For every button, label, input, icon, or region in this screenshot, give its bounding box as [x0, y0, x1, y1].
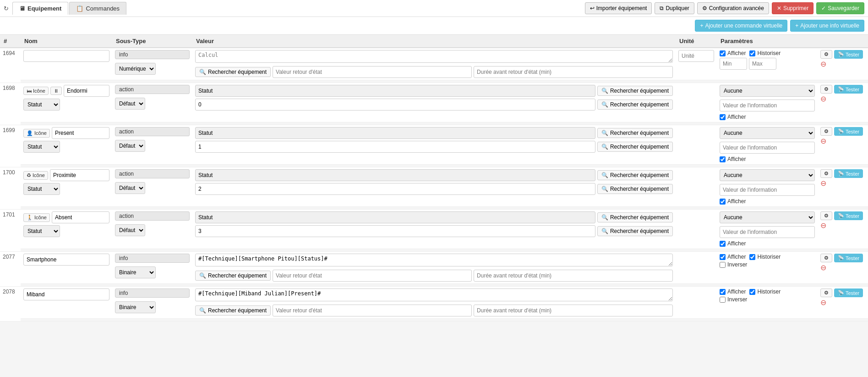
- tab-commandes[interactable]: 📋 Commandes: [69, 2, 126, 15]
- inverser-check-2077[interactable]: Inverser: [720, 261, 815, 268]
- icone-btn-1700[interactable]: ♻ Icône: [23, 171, 48, 180]
- tester-btn-2078[interactable]: 📡 Tester: [834, 288, 863, 297]
- sous-type-select-1694[interactable]: Numérique Binaire Autre: [115, 63, 156, 75]
- tester-btn-1698[interactable]: 📡 Tester: [834, 85, 863, 94]
- duree-retour-input-2078[interactable]: [474, 305, 673, 316]
- sous-type-select-2077[interactable]: Binaire Numérique Autre: [115, 266, 156, 278]
- rechercher-btn-2077[interactable]: 🔍 Rechercher équipement: [195, 271, 271, 281]
- rechercher-equip-btn-1701[interactable]: 🔍 Rechercher équipement: [597, 212, 673, 222]
- sous-type-select-1698[interactable]: Défaut Slider: [115, 98, 145, 110]
- nom-input-2078[interactable]: [23, 288, 109, 300]
- sauvegarder-btn[interactable]: ✓ Sauvegarder: [816, 2, 864, 14]
- gear-btn-1701[interactable]: ⚙: [820, 211, 832, 220]
- valeur-info-input-1699[interactable]: [720, 142, 815, 154]
- gear-btn-2077[interactable]: ⚙: [820, 254, 832, 262]
- aucune-select-1701[interactable]: Aucune: [720, 211, 815, 223]
- refresh-icon[interactable]: ↻: [4, 5, 9, 12]
- afficher-check-1699[interactable]: Afficher: [720, 156, 815, 162]
- gear-btn-1700[interactable]: ⚙: [820, 169, 832, 178]
- valeur-input-2078[interactable]: #[Technique][Miband Julian][Present]#: [195, 288, 673, 301]
- valeur-retour-input-1694[interactable]: [273, 66, 472, 78]
- inverser-check-2078[interactable]: Inverser: [720, 296, 815, 303]
- rechercher-equip-btn-1698[interactable]: 🔍 Rechercher équipement: [597, 86, 673, 96]
- statut-select-1701[interactable]: Statut: [23, 225, 60, 237]
- afficher-check-1700[interactable]: Afficher: [720, 198, 815, 205]
- statut-select-1698[interactable]: Statut: [23, 99, 60, 111]
- gear-btn-1698[interactable]: ⚙: [820, 85, 832, 94]
- valeur-info-input-1698[interactable]: [720, 100, 815, 111]
- aucune-select-1698[interactable]: Aucune: [720, 85, 815, 97]
- unite-input-1694[interactable]: [678, 50, 714, 62]
- delete-dot-2077[interactable]: ⊖: [820, 264, 826, 272]
- icone-btn-1699[interactable]: 👤 Icône: [23, 129, 50, 138]
- delete-dot-1694[interactable]: ⊖: [820, 60, 826, 68]
- aucune-select-1699[interactable]: Aucune: [720, 127, 815, 139]
- delete-dot-1701[interactable]: ⊖: [820, 222, 826, 229]
- valeur-input-1698[interactable]: [195, 99, 595, 111]
- historiser-check-2077[interactable]: Historiser: [749, 254, 781, 260]
- delete-dot-1699[interactable]: ⊖: [820, 137, 826, 145]
- sous-type-select-2078[interactable]: Binaire Numérique Autre: [115, 301, 156, 313]
- nom-input-1694[interactable]: [23, 50, 109, 62]
- rechercher-btn-2078[interactable]: 🔍 Rechercher équipement: [195, 305, 271, 316]
- valeur-info-input-1700[interactable]: [720, 184, 815, 196]
- rechercher-equip-btn-1699[interactable]: 🔍 Rechercher équipement: [597, 128, 673, 138]
- dupliquer-btn[interactable]: ⧉ Dupliquer: [655, 2, 694, 14]
- historiser-check-1694[interactable]: Historiser: [749, 50, 781, 56]
- icon2-btn-1698[interactable]: ⏸: [50, 87, 62, 95]
- sous-type-select-1699[interactable]: Défaut: [115, 140, 145, 152]
- statut-select-1699[interactable]: Statut: [23, 141, 60, 153]
- sous-type-select-1701[interactable]: Défaut: [115, 224, 145, 236]
- valeur-input-1694[interactable]: [195, 50, 673, 63]
- gear-btn-1694[interactable]: ⚙: [820, 50, 832, 59]
- tester-btn-1694[interactable]: 📡 Tester: [834, 50, 863, 59]
- afficher-check-1698[interactable]: Afficher: [720, 114, 815, 120]
- rechercher-btn-1694[interactable]: 🔍 Rechercher équipement: [195, 67, 271, 77]
- tester-btn-2077[interactable]: 📡 Tester: [834, 254, 863, 262]
- afficher-check-1694[interactable]: Afficher: [720, 50, 746, 56]
- sous-type-select-1700[interactable]: Défaut: [115, 182, 145, 194]
- nom-input-1700[interactable]: [50, 169, 109, 181]
- ajouter-info-btn[interactable]: + Ajouter une info virtuelle: [790, 20, 864, 32]
- rechercher-val-btn-1700[interactable]: 🔍 Rechercher équipement: [597, 184, 673, 194]
- tester-btn-1700[interactable]: 📡 Tester: [834, 169, 863, 178]
- valeur-retour-input-2077[interactable]: [273, 270, 472, 282]
- duree-retour-input-1694[interactable]: [474, 66, 673, 78]
- icone-btn-1701[interactable]: 🚶 Icône: [23, 213, 50, 222]
- config-avancee-btn[interactable]: ⚙ Configuration avancée: [697, 2, 769, 14]
- ajouter-commande-btn[interactable]: + Ajouter une commande virtuelle: [695, 20, 787, 32]
- afficher-check-1701[interactable]: Afficher: [720, 240, 815, 247]
- tester-btn-1701[interactable]: 📡 Tester: [834, 211, 863, 220]
- nom-input-1699[interactable]: [52, 127, 109, 139]
- rechercher-val-btn-1701[interactable]: 🔍 Rechercher équipement: [597, 226, 673, 236]
- nom-input-1698[interactable]: [64, 85, 109, 97]
- supprimer-btn[interactable]: ✕ Supprimer: [772, 2, 813, 14]
- aucune-select-1700[interactable]: Aucune: [720, 169, 815, 181]
- valeur-retour-input-2078[interactable]: [273, 305, 472, 316]
- max-input-1694[interactable]: [749, 58, 776, 70]
- delete-dot-2078[interactable]: ⊖: [820, 299, 826, 306]
- valeur-input-1700[interactable]: [195, 183, 595, 195]
- valeur-input-1701[interactable]: [195, 225, 595, 237]
- rechercher-val-btn-1699[interactable]: 🔍 Rechercher équipement: [597, 142, 673, 152]
- delete-dot-1700[interactable]: ⊖: [820, 179, 826, 187]
- valeur-input-1699[interactable]: [195, 141, 595, 153]
- historiser-check-2078[interactable]: Historiser: [749, 288, 781, 295]
- gear-btn-1699[interactable]: ⚙: [820, 127, 832, 136]
- afficher-check-2077[interactable]: Afficher: [720, 254, 746, 260]
- nom-input-2077[interactable]: [23, 254, 109, 266]
- icone-btn-1698[interactable]: 🛏 Icône: [23, 87, 49, 95]
- gear-btn-2078[interactable]: ⚙: [820, 288, 832, 297]
- afficher-check-2078[interactable]: Afficher: [720, 288, 746, 295]
- statut-select-1700[interactable]: Statut: [23, 183, 60, 195]
- tester-btn-1699[interactable]: 📡 Tester: [834, 127, 863, 136]
- rechercher-equip-btn-1700[interactable]: 🔍 Rechercher équipement: [597, 170, 673, 180]
- tab-equipement[interactable]: 🖥 Equipement: [12, 2, 68, 15]
- valeur-info-input-1701[interactable]: [720, 226, 815, 238]
- nom-input-1701[interactable]: [52, 211, 109, 223]
- importer-btn[interactable]: ↩ Importer équipement: [585, 2, 652, 14]
- valeur-input-2077[interactable]: #[Technique][Smartphone Pitou][Status]#: [195, 254, 673, 266]
- delete-dot-1698[interactable]: ⊖: [820, 95, 826, 103]
- min-input-1694[interactable]: [720, 58, 747, 70]
- rechercher-val-btn-1698[interactable]: 🔍 Rechercher équipement: [597, 100, 673, 110]
